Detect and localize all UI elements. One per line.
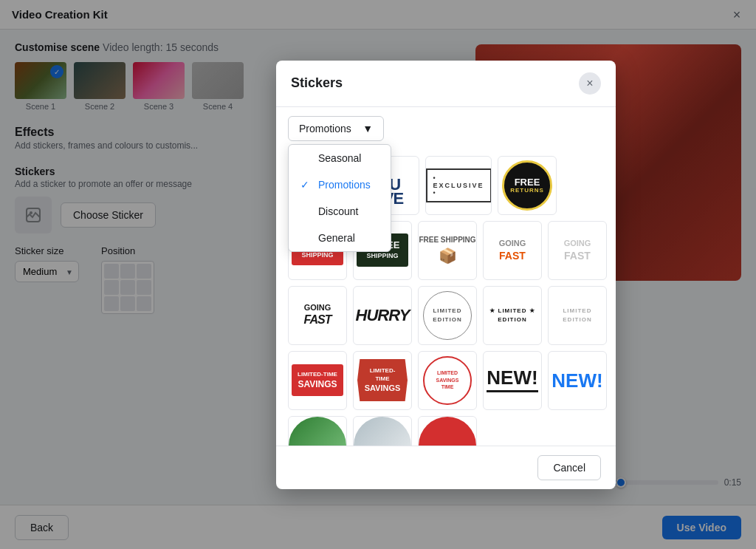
modal-footer: Cancel — [276, 446, 616, 489]
sticker-new-black[interactable]: NEW! — [483, 351, 542, 410]
dropdown-arrow-icon: ▼ — [362, 123, 373, 134]
sticker-hurry[interactable]: HURRY — [353, 286, 412, 345]
sticker-limited-edition-circle[interactable]: LIMITEDEDITION — [418, 286, 477, 345]
sticker-free-returns[interactable]: FREE RETURNS — [498, 156, 557, 215]
sticker-exclusive-bordered[interactable]: • EXCLUSIVE • — [425, 156, 492, 215]
modal-header: Stickers × — [276, 61, 616, 107]
dropdown-label-promotions: Promotions — [318, 179, 371, 191]
category-selected-label: Promotions — [299, 123, 351, 134]
dropdown-label-seasonal: Seasonal — [318, 152, 361, 164]
sticker-going-fast-black[interactable]: GOING FAST — [288, 286, 347, 345]
category-dropdown: Promotions ▼ Seasonal ✓ Promotions — [288, 116, 384, 141]
sticker-going-fast-orange[interactable]: GOING FAST — [483, 221, 542, 280]
check-icon-promotions: ✓ — [300, 179, 312, 191]
sticker-limited-edition-gray[interactable]: LIMITED EDITION — [548, 286, 607, 345]
sticker-ltd-savings-circle[interactable]: LIMITEDSAVINGSTIME — [418, 351, 477, 410]
dropdown-item-seasonal[interactable]: Seasonal — [289, 145, 391, 171]
dropdown-label-general: General — [318, 232, 355, 244]
dropdown-menu: Seasonal ✓ Promotions Discount General — [288, 144, 391, 252]
sticker-limited-edition-stars[interactable]: ★ LIMITED ★ EDITION — [483, 286, 542, 345]
dropdown-label-discount: Discount — [318, 205, 358, 217]
sticker-ltd-savings-ribbon[interactable]: LIMITED-TIME SAVINGS — [353, 351, 412, 410]
cancel-button[interactable]: Cancel — [537, 455, 601, 480]
sticker-new-blue[interactable]: NEW! — [548, 351, 607, 410]
dropdown-item-promotions[interactable]: ✓ Promotions — [289, 171, 391, 198]
dropdown-item-general[interactable]: General — [289, 225, 391, 251]
dropdown-item-discount[interactable]: Discount — [289, 198, 391, 225]
sticker-going-fast-gray[interactable]: GOING FAST — [548, 221, 607, 280]
sticker-row-5 — [288, 416, 604, 446]
modal-title: Stickers — [291, 75, 343, 91]
sticker-partial-2[interactable] — [353, 416, 412, 446]
modal-body: Promotions ▼ Seasonal ✓ Promotions — [276, 107, 616, 446]
category-dropdown-button[interactable]: Promotions ▼ — [288, 116, 384, 141]
sticker-row-4: LIMITED-TIME SAVINGS LIMITED-TIME SAVING… — [288, 351, 604, 410]
sticker-free-shipping-outline[interactable]: FREE SHIPPING 📦 — [418, 221, 477, 280]
modal-close-button[interactable]: × — [579, 72, 601, 95]
stickers-modal: Stickers × Promotions ▼ Seasonal ✓ — [276, 61, 616, 489]
sticker-row-3: GOING FAST HURRY LIMITEDEDITION ★ LIMITE… — [288, 286, 604, 345]
sticker-ltd-savings-red[interactable]: LIMITED-TIME SAVINGS — [288, 351, 347, 410]
dropdown-area: Promotions ▼ Seasonal ✓ Promotions — [276, 107, 616, 150]
sticker-partial-3[interactable] — [418, 416, 477, 446]
sticker-partial-1[interactable] — [288, 416, 347, 446]
